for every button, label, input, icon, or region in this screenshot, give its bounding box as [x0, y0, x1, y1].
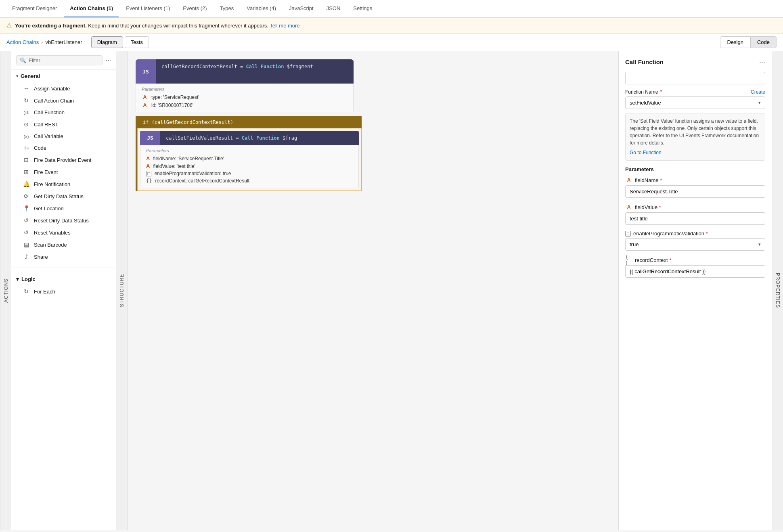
- action-fire-notification[interactable]: 🔔 Fire Notification: [11, 178, 116, 190]
- action-assign-variable[interactable]: ↔ Assign Variable: [11, 82, 116, 94]
- param-icon-a: A: [142, 102, 148, 109]
- action-scan-barcode[interactable]: ▤ Scan Barcode: [11, 239, 116, 251]
- action-label: Fire Notification: [34, 181, 70, 187]
- call-function-icon: js: [23, 110, 30, 115]
- param-value: fieldName: 'ServiceRequest.Title': [153, 156, 224, 161]
- action-label: Get Location: [34, 205, 64, 212]
- inner-node[interactable]: JS callSetFieldValueResult = Call Functi…: [140, 131, 359, 188]
- fire-data-provider-event-icon: ⊟: [23, 157, 30, 163]
- param-row: {} recordContext: callGetRecordContextRe…: [146, 177, 353, 184]
- action-call-variable[interactable]: (x) Call Variable: [11, 130, 116, 142]
- node-call-get-record-context[interactable]: JS callGetRecordContextResult = Call Fun…: [136, 59, 610, 113]
- tab-types[interactable]: Types: [214, 0, 240, 17]
- properties-vertical-label: Properties: [772, 51, 783, 530]
- required-indicator: *: [660, 177, 662, 183]
- action-get-location[interactable]: 📍 Get Location: [11, 202, 116, 214]
- record-context-icon: { }: [625, 256, 632, 264]
- param-field-fieldvalue: A fieldValue *: [625, 203, 765, 225]
- breadcrumb-root[interactable]: Action Chains: [6, 39, 39, 45]
- diagram-area[interactable]: JS callGetRecordContextResult = Call Fun…: [128, 51, 618, 530]
- record-context-input[interactable]: [625, 265, 765, 278]
- structure-side-label: Structure: [116, 51, 128, 530]
- fieldvalue-input[interactable]: [625, 212, 765, 225]
- tab-events[interactable]: Events (2): [177, 0, 212, 17]
- node-icon-js: JS: [136, 59, 156, 84]
- general-chevron: ▾: [16, 74, 18, 78]
- action-reset-variables[interactable]: ↺ Reset Variables: [11, 226, 116, 239]
- general-group-header[interactable]: ▾ General: [11, 70, 116, 82]
- warning-text: You're extending a fragment. Keep in min…: [15, 23, 300, 29]
- action-code[interactable]: js Code: [11, 142, 116, 154]
- action-label: Reset Variables: [34, 230, 71, 236]
- action-fire-data-provider-event[interactable]: ⊟ Fire Data Provider Event: [11, 154, 116, 166]
- function-description: The 'Set Field Value' function assigns a…: [625, 113, 765, 161]
- call-rest-icon: ⊙: [23, 121, 30, 128]
- fire-notification-icon: 🔔: [23, 181, 30, 187]
- warning-link[interactable]: Tell me more: [270, 23, 299, 29]
- action-for-each[interactable]: ↻ For Each: [11, 285, 116, 297]
- tab-design[interactable]: Design: [720, 36, 750, 48]
- tab-variables[interactable]: Variables (4): [241, 0, 282, 17]
- required-indicator: *: [669, 257, 671, 263]
- create-link[interactable]: Create: [751, 89, 765, 95]
- fieldvalue-icon: A: [625, 203, 632, 211]
- fieldname-input[interactable]: [625, 185, 765, 198]
- action-label: Call Variable: [34, 133, 63, 139]
- param-label-row-fieldname: A fieldName *: [625, 176, 765, 184]
- function-search-input[interactable]: [625, 72, 765, 84]
- warning-icon: ⚠: [6, 22, 12, 29]
- fire-event-icon: ⊞: [23, 169, 30, 175]
- top-nav: Fragment Designer Action Chains (1) Even…: [0, 0, 783, 18]
- tab-diagram[interactable]: Diagram: [91, 36, 123, 48]
- panel-title: Call Function: [625, 59, 664, 65]
- tab-json[interactable]: JSON: [321, 0, 346, 17]
- tab-fragment-designer[interactable]: Fragment Designer: [6, 0, 63, 17]
- param-row: A id: 'SR0000071706': [142, 101, 348, 109]
- param-row: A type: 'ServiceRequest': [142, 93, 348, 101]
- action-get-dirty-data-status[interactable]: ⟳ Get Dirty Data Status: [11, 190, 116, 202]
- action-fire-event[interactable]: ⊞ Fire Event: [11, 166, 116, 178]
- param-value: recordContext: callGetRecordContextResul…: [155, 178, 249, 184]
- action-call-rest[interactable]: ⊙ Call REST: [11, 118, 116, 130]
- tab-event-listeners[interactable]: Event Listeners (1): [120, 0, 176, 17]
- param-value: fieldValue: 'test title': [153, 163, 195, 169]
- get-location-icon: 📍: [23, 205, 30, 212]
- tab-code[interactable]: Code: [750, 36, 777, 48]
- param-label-row-fieldvalue: A fieldValue *: [625, 203, 765, 211]
- enable-programmatic-select[interactable]: true false: [626, 239, 765, 250]
- param-label-row-record-context: { } recordContext *: [625, 256, 765, 264]
- tab-action-chains[interactable]: Action Chains (1): [64, 0, 119, 17]
- design-code-tabs: Design Code: [720, 36, 777, 48]
- optional-indicator: *: [706, 230, 708, 237]
- tab-settings[interactable]: Settings: [348, 0, 378, 17]
- required-indicator: *: [659, 204, 661, 210]
- params-label-1: Parameters: [142, 87, 348, 92]
- action-label: Scan Barcode: [34, 242, 67, 248]
- scan-barcode-icon: ▤: [23, 241, 30, 248]
- more-options-button[interactable]: ···: [106, 57, 111, 64]
- goto-function-link[interactable]: Go to Function: [630, 149, 761, 156]
- filter-bar: 🔍 ···: [11, 51, 116, 70]
- properties-panel-outer: Call Function ··· Function Name * Create…: [618, 51, 783, 530]
- filter-input[interactable]: [29, 57, 99, 63]
- action-reset-dirty-data-status[interactable]: ↺ Reset Dirty Data Status: [11, 214, 116, 226]
- node-if-block[interactable]: if (callGetRecordContextResult) JS callS…: [136, 116, 610, 191]
- braces-icon: {}: [146, 178, 152, 184]
- filter-input-wrap: 🔍: [16, 55, 103, 65]
- action-label: For Each: [34, 289, 55, 295]
- action-label: Assign Variable: [34, 86, 70, 92]
- function-name-select[interactable]: setFieldValue getFieldValue getRecordCon…: [626, 97, 765, 109]
- reset-dirty-data-status-icon: ↺: [23, 217, 30, 224]
- action-call-action-chain[interactable]: ↻ Call Action Chain: [11, 94, 116, 107]
- tab-tests[interactable]: Tests: [125, 36, 149, 48]
- action-call-function[interactable]: js Call Function: [11, 107, 116, 118]
- share-icon: ⤴: [23, 253, 30, 260]
- tab-javascript[interactable]: JavaScript: [283, 0, 319, 17]
- warning-banner: ⚠ You're extending a fragment. Keep in m…: [0, 18, 783, 34]
- code-icon: js: [23, 145, 30, 151]
- inner-node-icon: JS: [140, 131, 160, 145]
- logic-chevron: ▾: [16, 276, 19, 282]
- logic-group-header[interactable]: ▾ Logic: [11, 273, 116, 285]
- panel-more-button[interactable]: ···: [759, 58, 765, 66]
- action-share[interactable]: ⤴ Share: [11, 251, 116, 263]
